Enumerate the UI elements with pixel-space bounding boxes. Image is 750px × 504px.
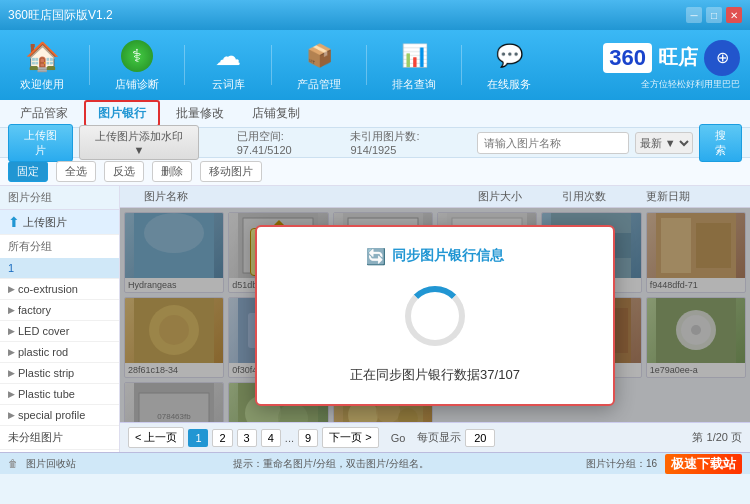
nav-cloud-label: 云词库 <box>212 77 245 92</box>
second-nav-product[interactable]: 产品管家 <box>8 102 80 125</box>
prev-page-button[interactable]: < 上一页 <box>128 427 184 448</box>
minimize-button[interactable]: ─ <box>686 7 702 23</box>
footer-bar: 🗑 图片回收站 提示：重命名图片/分组，双击图片/分组名。 图片计分组：16 极… <box>0 452 750 474</box>
sync-spinner <box>405 286 465 346</box>
pagination-bar: < 上一页 1 2 3 4 ... 9 下一页 > Go 每页显示 第 1/20… <box>120 422 750 452</box>
sidebar-item-factory[interactable]: ▶ factory <box>0 300 119 321</box>
nav-product-label: 产品管理 <box>297 77 341 92</box>
second-navigation: 产品管家 图片银行 批量修改 店铺复制 <box>0 100 750 128</box>
top-navigation: 🏠 欢迎使用 ⚕ 店铺诊断 ☁ 云词库 📦 产品管理 📊 排名查询 💬 在线服务… <box>0 30 750 100</box>
column-headers: 图片名称 图片大小 引用次数 更新日期 <box>120 186 750 208</box>
page-9-button[interactable]: 9 <box>298 429 318 447</box>
search-button[interactable]: 搜索 <box>699 124 742 162</box>
sidebar-all-groups[interactable]: 所有分组 <box>0 235 119 258</box>
col-size: 图片大小 <box>478 189 558 204</box>
upload-watermark-button[interactable]: 上传图片添加水印 ▼ <box>79 125 200 160</box>
main-area: 图片分组 ⬆ 上传图片 所有分组 1 ▶ co-extrusion ▶ fact… <box>0 186 750 452</box>
brand-360: 360 <box>603 43 652 73</box>
sidebar-item-plastic-tube[interactable]: ▶ Plastic tube <box>0 384 119 405</box>
footer-brand: 极速下载站 <box>665 454 742 474</box>
nav-divider-5 <box>461 45 462 85</box>
nav-item-product[interactable]: 📦 产品管理 <box>287 33 351 97</box>
app-title: 360旺店国际版V1.2 <box>8 7 686 24</box>
nav-item-diagnose[interactable]: ⚕ 店铺诊断 <box>105 33 169 97</box>
sync-progress-text: 正在同步图片银行数据37/107 <box>277 366 593 384</box>
nav-service-label: 在线服务 <box>487 77 531 92</box>
nav-item-service[interactable]: 💬 在线服务 <box>477 33 541 97</box>
diagnose-icon: ⚕ <box>119 38 155 74</box>
sidebar-item-plastic-strip[interactable]: ▶ Plastic strip <box>0 363 119 384</box>
sidebar-item-led-cover[interactable]: ▶ LED cover <box>0 321 119 342</box>
footer-right: 图片计分组：16 极速下载站 <box>586 454 742 474</box>
rank-icon: 📊 <box>396 38 432 74</box>
per-page-input[interactable] <box>465 429 495 447</box>
sidebar-group-1[interactable]: 1 <box>0 258 119 279</box>
nav-divider-3 <box>271 45 272 85</box>
maximize-button[interactable]: □ <box>706 7 722 23</box>
sync-dialog-title: 🔄 同步图片银行信息 <box>277 247 593 266</box>
nav-rank-label: 排名查询 <box>392 77 436 92</box>
page-3-button[interactable]: 3 <box>237 429 257 447</box>
sidebar-item-ungrouped[interactable]: 未分组图片 <box>0 426 119 450</box>
sidebar-item-coextrusion[interactable]: ▶ co-extrusion <box>0 279 119 300</box>
sidebar: 图片分组 ⬆ 上传图片 所有分组 1 ▶ co-extrusion ▶ fact… <box>0 186 120 452</box>
main-wrapper: 图片名称 图片大小 引用次数 更新日期 进入图片银行， 点击同步即可 Hydra… <box>120 186 750 452</box>
product-icon: 📦 <box>301 38 337 74</box>
sidebar-item-plastic-rod[interactable]: ▶ plastic rod <box>0 342 119 363</box>
window-controls: ─ □ ✕ <box>686 7 742 23</box>
close-button[interactable]: ✕ <box>726 7 742 23</box>
image-area: 进入图片银行， 点击同步即可 Hydrangeas The productsof… <box>120 208 750 422</box>
second-nav-copy[interactable]: 店铺复制 <box>240 102 312 125</box>
second-nav-picture-bank[interactable]: 图片银行 <box>84 100 160 127</box>
nav-divider-4 <box>366 45 367 85</box>
sidebar-item-special-profile[interactable]: ▶ special profile <box>0 405 119 426</box>
brand-tagline: 全方位轻松好利用里巴巴 <box>603 78 740 91</box>
action-bar: 固定 全选 反选 删除 移动图片 <box>0 158 750 186</box>
per-page-label: 每页显示 <box>417 430 461 445</box>
col-name: 图片名称 <box>144 189 474 204</box>
brand-wangdian: 旺店 <box>658 44 698 71</box>
page-ellipsis: ... <box>285 432 294 444</box>
action-select-all[interactable]: 全选 <box>56 161 96 182</box>
sidebar-upload-btn[interactable]: ⬆ 上传图片 <box>0 210 119 235</box>
action-delete[interactable]: 删除 <box>152 161 192 182</box>
page-4-button[interactable]: 4 <box>261 429 281 447</box>
brand-area: 360 旺店 ⊕ 全方位轻松好利用里巴巴 <box>603 40 740 91</box>
search-input[interactable] <box>477 132 629 154</box>
nav-home-label: 欢迎使用 <box>20 77 64 92</box>
search-filter-select[interactable]: 最新 ▼ <box>635 132 693 154</box>
next-page-button[interactable]: 下一页 > <box>322 427 378 448</box>
page-1-button[interactable]: 1 <box>188 429 208 447</box>
page-info: 第 1/20 页 <box>692 430 742 445</box>
second-nav-batch[interactable]: 批量修改 <box>164 102 236 125</box>
unused-count: 未引用图片数: 914/1925 <box>350 129 464 156</box>
nav-divider-2 <box>184 45 185 85</box>
service-icon: 💬 <box>491 38 527 74</box>
nav-diagnose-label: 店铺诊断 <box>115 77 159 92</box>
go-label: Go <box>391 432 406 444</box>
action-invert[interactable]: 反选 <box>104 161 144 182</box>
sidebar-header: 图片分组 <box>0 186 119 210</box>
nav-divider-1 <box>89 45 90 85</box>
sync-dialog: 🔄 同步图片银行信息 正在同步图片银行数据37/107 <box>255 225 615 406</box>
space-info: 已用空间: 97.41/5120 <box>237 129 339 156</box>
title-bar: 360旺店国际版V1.2 ─ □ ✕ <box>0 0 750 30</box>
toolbar: 上传图片 上传图片添加水印 ▼ 已用空间: 97.41/5120 未引用图片数:… <box>0 128 750 158</box>
upload-button[interactable]: 上传图片 <box>8 124 73 162</box>
nav-item-cloud[interactable]: ☁ 云词库 <box>200 33 256 97</box>
col-refs: 引用次数 <box>562 189 642 204</box>
action-select-tab[interactable]: 固定 <box>8 161 48 182</box>
footer-hint: 提示：重命名图片/分组，双击图片/分组名。 <box>233 457 429 471</box>
footer-count: 图片计分组：16 <box>586 457 657 471</box>
action-move[interactable]: 移动图片 <box>200 161 262 182</box>
cloud-icon: ☁ <box>210 38 246 74</box>
home-icon: 🏠 <box>24 38 60 74</box>
col-date: 更新日期 <box>646 189 746 204</box>
nav-item-rank[interactable]: 📊 排名查询 <box>382 33 446 97</box>
sync-dialog-overlay: 🔄 同步图片银行信息 正在同步图片银行数据37/107 <box>120 208 750 422</box>
page-2-button[interactable]: 2 <box>212 429 232 447</box>
recycle-bin-label[interactable]: 图片回收站 <box>26 457 76 471</box>
nav-item-home[interactable]: 🏠 欢迎使用 <box>10 33 74 97</box>
